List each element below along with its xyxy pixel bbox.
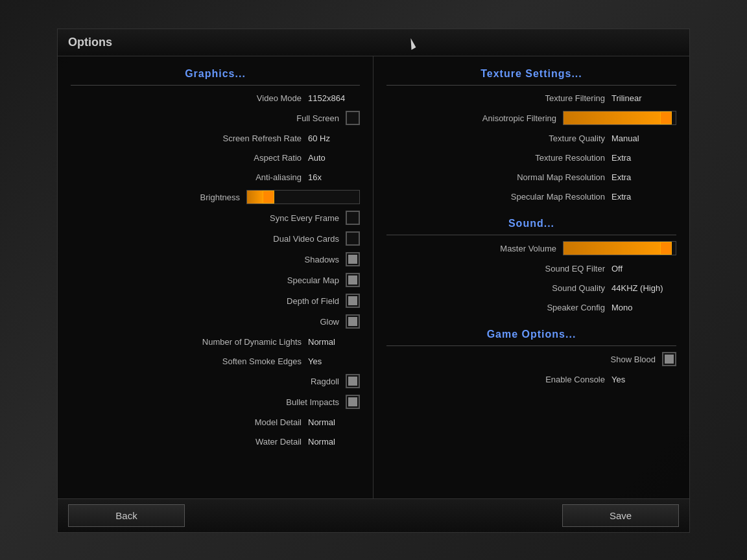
setting-row-normal-map-resolution: Normal Map Resolution Extra <box>374 167 689 187</box>
setting-row-specular-map: Specular Map <box>58 270 373 290</box>
title-bar: Options <box>58 29 689 56</box>
label-speaker-config: Speaker Config <box>488 303 605 312</box>
slider-anisotropic-fill <box>563 111 667 124</box>
value-refresh-rate: 60 Hz <box>308 134 360 143</box>
game-options-section-title: Game Options... <box>374 323 689 343</box>
label-master-volume: Master Volume <box>440 244 556 253</box>
right-panel: Texture Settings... Texture Filtering Tr… <box>374 56 689 501</box>
slider-brightness[interactable] <box>246 190 360 204</box>
setting-row-model-detail: Model Detail Normal <box>58 412 373 432</box>
slider-master-volume-fill <box>563 242 667 255</box>
label-anisotropic-filtering: Anisotropic Filtering <box>440 113 556 123</box>
label-model-detail: Model Detail <box>198 417 302 427</box>
label-glow: Glow <box>235 317 339 327</box>
setting-row-full-screen: Full Screen <box>58 108 373 128</box>
checkbox-shadows[interactable] <box>346 252 360 266</box>
label-shadows: Shadows <box>235 255 339 264</box>
options-window: Options Graphics... Video Mode 747x560 … <box>57 29 690 533</box>
label-depth-of-field: Depth of Field <box>235 296 339 306</box>
checkbox-specular-map[interactable] <box>346 273 360 287</box>
label-video-mode: Video Mode <box>198 93 302 103</box>
graphics-divider <box>71 85 360 86</box>
checkbox-sync-every-frame[interactable] <box>346 211 360 225</box>
checkbox-depth-of-field[interactable] <box>346 294 360 308</box>
value-texture-resolution: Extra <box>611 153 676 163</box>
value-specular-map-resolution: Extra <box>611 192 676 202</box>
label-texture-filtering: Texture Filtering <box>488 93 605 103</box>
label-aspect-ratio: Aspect Ratio <box>198 153 302 163</box>
slider-brightness-fill <box>247 191 263 204</box>
label-refresh-rate: Screen Refresh Rate <box>198 134 302 143</box>
label-texture-quality: Texture Quality <box>488 134 605 143</box>
label-specular-map: Specular Map <box>235 275 339 285</box>
value-model-detail: Normal <box>308 417 360 427</box>
game-options-divider <box>386 345 676 346</box>
label-sync-every-frame: Sync Every Frame <box>235 213 339 223</box>
back-button[interactable]: Back <box>68 504 185 527</box>
setting-row-glow: Glow <box>58 311 373 332</box>
value-smoke-edges: Yes <box>308 356 360 366</box>
texture-section-title: Texture Settings... <box>374 63 689 82</box>
slider-anisotropic[interactable] <box>563 111 676 125</box>
label-normal-map-resolution: Normal Map Resolution <box>488 172 605 182</box>
texture-divider <box>386 85 676 86</box>
setting-row-enable-console: Enable Console Yes <box>374 369 689 389</box>
save-button[interactable]: Save <box>562 504 679 527</box>
setting-row-anti-aliasing: Anti-aliasing 16x <box>58 167 373 187</box>
setting-row-dual-video-cards: Dual Video Cards <box>58 228 373 249</box>
checkbox-glow[interactable] <box>346 314 360 329</box>
setting-row-refresh-rate: Screen Refresh Rate 60 Hz <box>58 128 373 148</box>
label-full-screen: Full Screen <box>235 113 339 123</box>
setting-row-video-mode: Video Mode 747x560 <box>58 88 373 108</box>
sound-divider <box>386 235 676 235</box>
window-title: Options <box>68 36 112 49</box>
value-enable-console: Yes <box>611 375 676 384</box>
label-smoke-edges: Soften Smoke Edges <box>198 356 302 366</box>
label-sound-eq-filter: Sound EQ Filter <box>488 264 605 274</box>
label-sound-quality: Sound Quality <box>488 283 605 293</box>
setting-row-dynamic-lights: Number of Dynamic Lights Normal <box>58 332 373 351</box>
setting-row-speaker-config: Speaker Config Mono <box>374 298 689 317</box>
value-texture-quality: Manual <box>611 134 676 143</box>
setting-row-brightness: Brightness <box>58 187 373 207</box>
value-sound-quality: 44KHZ (High) <box>611 283 676 293</box>
label-specular-map-resolution: Specular Map Resolution <box>488 192 605 202</box>
setting-row-master-volume: Master Volume <box>374 238 689 259</box>
label-bullet-impacts: Bullet Impacts <box>235 397 339 407</box>
label-brightness: Brightness <box>136 192 240 202</box>
checkbox-full-screen[interactable] <box>346 111 360 125</box>
value-speaker-config: Mono <box>611 303 676 312</box>
setting-row-depth-of-field: Depth of Field <box>58 290 373 311</box>
setting-row-texture-filtering: Texture Filtering Trilinear <box>374 88 689 108</box>
setting-row-sync-every-frame: Sync Every Frame <box>58 207 373 228</box>
setting-row-texture-resolution: Texture Resolution Extra <box>374 148 689 167</box>
slider-master-volume-thumb <box>660 242 672 255</box>
value-dynamic-lights: Normal <box>308 337 360 347</box>
value-aspect-ratio: Auto <box>308 153 360 163</box>
label-water-detail: Water Detail <box>198 437 302 447</box>
slider-master-volume[interactable] <box>563 241 676 255</box>
label-anti-aliasing: Anti-aliasing <box>198 172 302 182</box>
setting-row-smoke-edges: Soften Smoke Edges Yes <box>58 351 373 371</box>
graphics-section-title: Graphics... <box>58 63 373 82</box>
content-area: Graphics... Video Mode 747x560 Full Scr… <box>58 56 689 501</box>
checkbox-dual-video-cards[interactable] <box>346 231 360 246</box>
value-texture-filtering: Trilinear <box>611 93 676 103</box>
checkbox-ragdoll[interactable] <box>346 374 360 388</box>
setting-row-specular-map-resolution: Specular Map Resolution Extra <box>374 187 689 206</box>
slider-brightness-thumb <box>263 191 274 204</box>
setting-row-aspect-ratio: Aspect Ratio Auto <box>58 148 373 167</box>
footer-bar: Back Save <box>58 498 689 532</box>
value-anti-aliasing: 16x <box>308 172 360 182</box>
setting-row-water-detail: Water Detail Normal <box>58 432 373 451</box>
value-normal-map-resolution: Extra <box>611 172 676 182</box>
left-panel: Graphics... Video Mode 747x560 Full Scr… <box>58 56 374 501</box>
value-water-detail: Normal <box>308 437 360 447</box>
setting-row-ragdoll: Ragdoll <box>58 371 373 391</box>
checkbox-bullet-impacts[interactable] <box>346 395 360 409</box>
label-dynamic-lights: Number of Dynamic Lights <box>198 337 302 347</box>
value-sound-eq-filter: Off <box>611 264 676 274</box>
checkbox-show-blood[interactable] <box>662 352 676 366</box>
sound-section-title: Sound... <box>374 213 689 232</box>
setting-row-sound-eq-filter: Sound EQ Filter Off <box>374 259 689 278</box>
